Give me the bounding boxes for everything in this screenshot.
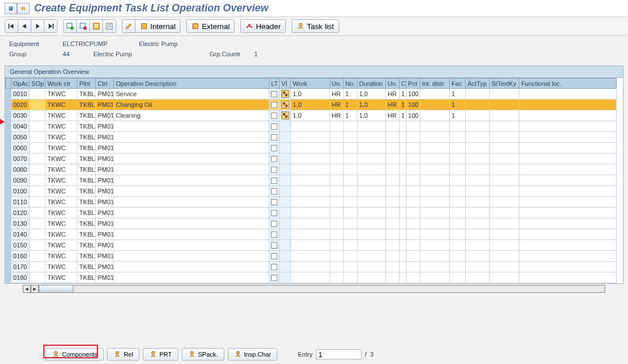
- cell-no[interactable]: [343, 272, 357, 283]
- new-row-icon[interactable]: [64, 20, 77, 32]
- cell-desc[interactable]: [114, 272, 269, 283]
- cell-plnt[interactable]: TKBL: [77, 240, 96, 251]
- cell-sop[interactable]: [30, 218, 46, 229]
- cell-workctr[interactable]: TKWC: [46, 110, 77, 121]
- cell-fac[interactable]: [450, 218, 466, 229]
- cell-fac[interactable]: [450, 143, 466, 154]
- cell-sttextky[interactable]: [490, 186, 519, 197]
- cell-intdistr[interactable]: [420, 272, 449, 283]
- cell-funcloc[interactable]: [519, 175, 617, 186]
- cell-un1[interactable]: [330, 197, 343, 208]
- cell-lt[interactable]: [269, 218, 280, 229]
- col-14[interactable]: Pct: [406, 78, 420, 89]
- cell-desc[interactable]: [114, 218, 269, 229]
- col-4[interactable]: Ctrl: [96, 78, 114, 89]
- cell-intdistr[interactable]: [420, 197, 449, 208]
- cell-un1[interactable]: [330, 143, 343, 154]
- checkbox-icon[interactable]: [271, 242, 277, 249]
- cell-c[interactable]: [399, 262, 406, 272]
- cell-desc[interactable]: [114, 262, 269, 272]
- cell-lt[interactable]: [269, 186, 280, 197]
- cell-funcloc[interactable]: [519, 186, 617, 197]
- checkbox-icon[interactable]: [271, 177, 277, 184]
- cell-no[interactable]: [343, 240, 357, 251]
- cell-un1[interactable]: [330, 262, 343, 272]
- cell-intdistr[interactable]: [420, 240, 449, 251]
- cell-dur[interactable]: 1,0: [357, 100, 385, 110]
- cell-plnt[interactable]: TKBL: [77, 110, 96, 121]
- cell-pct[interactable]: [406, 186, 420, 197]
- scroll-track[interactable]: [39, 285, 605, 293]
- cell-un1[interactable]: [330, 208, 343, 218]
- cell-plnt[interactable]: TKBL: [77, 229, 96, 240]
- table-row[interactable]: 0160TKWCTKBLPM01: [6, 251, 617, 262]
- cell-pct[interactable]: [406, 154, 420, 164]
- cell-pct[interactable]: [406, 251, 420, 262]
- cell-sop[interactable]: [30, 251, 46, 262]
- cell-acttyp[interactable]: [466, 89, 490, 100]
- cell-fac[interactable]: [450, 229, 466, 240]
- cell-opac[interactable]: 0060: [11, 143, 30, 154]
- cell-sop[interactable]: [30, 208, 46, 218]
- cell-c[interactable]: 1: [399, 100, 406, 110]
- cell-ctrl[interactable]: PM01: [96, 208, 114, 218]
- cell-plnt[interactable]: TKBL: [77, 186, 96, 197]
- cell-lt[interactable]: [269, 229, 280, 240]
- cell-no[interactable]: [343, 186, 357, 197]
- cell-sttextky[interactable]: [490, 89, 519, 100]
- cell-pct[interactable]: [406, 132, 420, 143]
- cell-c[interactable]: [399, 132, 406, 143]
- cell-un1[interactable]: [330, 164, 343, 175]
- cell-desc[interactable]: [114, 154, 269, 164]
- cell-funcloc[interactable]: [519, 164, 617, 175]
- cell-fac[interactable]: 1: [450, 89, 466, 100]
- cell-un2[interactable]: [385, 164, 399, 175]
- last-button[interactable]: [44, 20, 57, 32]
- cell-intdistr[interactable]: [420, 186, 449, 197]
- cell-plnt[interactable]: TKBL: [77, 143, 96, 154]
- table-row[interactable]: 0150TKWCTKBLPM01: [6, 240, 617, 251]
- cell-vi[interactable]: [280, 132, 291, 143]
- cell-pct[interactable]: [406, 272, 420, 283]
- cell-c[interactable]: [399, 208, 406, 218]
- components-button[interactable]: Components: [46, 348, 104, 361]
- cell-funcloc[interactable]: [519, 154, 617, 164]
- cell-fac[interactable]: [450, 251, 466, 262]
- cell-c[interactable]: [399, 164, 406, 175]
- cell-funcloc[interactable]: [519, 89, 617, 100]
- cell-ctrl[interactable]: PM01: [96, 218, 114, 229]
- cell-acttyp[interactable]: [466, 197, 490, 208]
- cell-ctrl[interactable]: PM01: [96, 186, 114, 197]
- cell-un1[interactable]: HR: [330, 110, 343, 121]
- col-select[interactable]: [6, 78, 11, 89]
- cell-no[interactable]: [343, 175, 357, 186]
- cell-ctrl[interactable]: PM01: [96, 262, 114, 272]
- cell-lt[interactable]: [269, 262, 280, 272]
- row-select[interactable]: [6, 229, 11, 240]
- cell-un2[interactable]: [385, 143, 399, 154]
- cell-funcloc[interactable]: [519, 110, 617, 121]
- cell-funcloc[interactable]: [519, 218, 617, 229]
- checkbox-icon[interactable]: [271, 275, 277, 281]
- cell-workctr[interactable]: TKWC: [46, 240, 77, 251]
- cell-sttextky[interactable]: [490, 110, 519, 121]
- cell-ctrl[interactable]: PM01: [96, 175, 114, 186]
- cell-plnt[interactable]: TKBL: [77, 272, 96, 283]
- cell-dur[interactable]: [357, 272, 385, 283]
- cell-plnt[interactable]: TKBL: [77, 218, 96, 229]
- cell-work[interactable]: [291, 121, 330, 132]
- cell-ctrl[interactable]: PM01: [96, 143, 114, 154]
- next-button[interactable]: [31, 20, 44, 32]
- cell-c[interactable]: [399, 186, 406, 197]
- cell-no[interactable]: 1: [343, 89, 357, 100]
- cell-sop[interactable]: [30, 132, 46, 143]
- cell-sttextky[interactable]: [490, 154, 519, 164]
- cell-un2[interactable]: [385, 121, 399, 132]
- table-row[interactable]: 0040TKWCTKBLPM01: [6, 121, 617, 132]
- row-select[interactable]: [6, 218, 11, 229]
- col-16[interactable]: Fac: [450, 78, 466, 89]
- cell-lt[interactable]: [269, 132, 280, 143]
- checkbox-icon[interactable]: [271, 123, 277, 130]
- app-icon-1[interactable]: [5, 3, 17, 14]
- cell-intdistr[interactable]: [420, 262, 449, 272]
